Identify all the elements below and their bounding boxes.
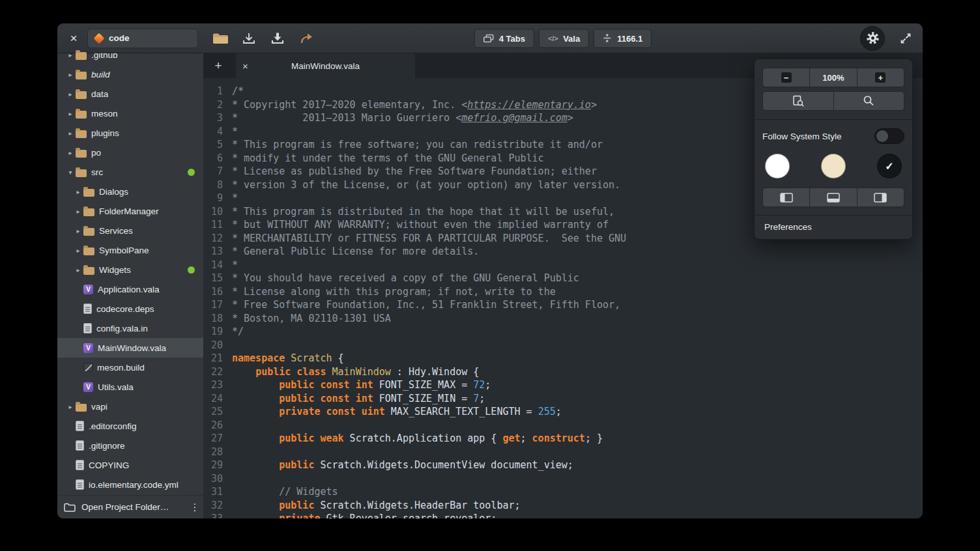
chevron-right-icon[interactable]: ▸ <box>65 91 76 98</box>
tree-item-symbolpane[interactable]: ▸SymbolPane <box>57 240 203 260</box>
tree-item-label: Widgets <box>99 265 131 275</box>
global-search-button[interactable] <box>833 91 905 111</box>
tree-item-widgets[interactable]: ▸Widgets <box>57 260 203 279</box>
project-menu-button[interactable]: ⋮ <box>186 496 203 518</box>
window-close-button[interactable]: × <box>65 30 82 47</box>
zoom-control: − 100% + <box>762 68 904 87</box>
chevron-right-icon[interactable]: ▸ <box>65 71 76 78</box>
save-button[interactable] <box>238 28 259 49</box>
chevron-right-icon[interactable]: ▸ <box>73 227 83 234</box>
chevron-right-icon[interactable]: ▸ <box>65 403 76 410</box>
find-in-page-button[interactable] <box>762 91 834 111</box>
tree-item-build[interactable]: ▸build <box>57 64 203 84</box>
line-number: 9 <box>203 191 232 205</box>
chevron-right-icon[interactable]: ▸ <box>73 208 83 215</box>
code-line: 32 public Scratch.Widgets.HeaderBar tool… <box>203 499 923 513</box>
tree-item-vapi[interactable]: ▸vapi <box>57 397 203 416</box>
tree-item-label: config.vala.in <box>96 324 148 333</box>
tree-item-meson[interactable]: ▸meson <box>57 104 203 123</box>
code-text: public Scratch.Widgets.HeaderBar toolbar… <box>232 499 521 513</box>
tree-item-label: po <box>91 148 101 158</box>
style-sepia-button[interactable] <box>821 154 846 178</box>
save-as-button[interactable] <box>267 28 288 49</box>
settings-gear-button[interactable] <box>860 26 885 51</box>
tree-item-po[interactable]: ▸po <box>57 143 203 162</box>
line-number: 23 <box>203 378 232 392</box>
tree-item-services[interactable]: ▸Services <box>57 221 203 240</box>
zoom-out-button[interactable]: − <box>762 68 810 87</box>
file-icon <box>76 479 84 490</box>
code-line: 25 private const uint MAX_SEARCH_TEXT_LE… <box>203 405 923 419</box>
code-line: 19*/ <box>203 325 923 339</box>
share-icon <box>299 33 313 44</box>
folder-icon <box>76 130 87 138</box>
tree-item--gitignore[interactable]: .gitignore <box>57 436 203 455</box>
tree-item-io-elementary-code-yml[interactable]: io.elementary.code.yml <box>57 475 203 494</box>
tree-item--editorconfig[interactable]: .editorconfig <box>57 416 203 436</box>
line-number: 5 <box>203 138 232 152</box>
line-number: 8 <box>203 178 232 192</box>
tree-item-dialogs[interactable]: ▸Dialogs <box>57 182 203 201</box>
preferences-menu-item[interactable]: Preferences <box>755 215 912 239</box>
chevron-right-icon[interactable]: ▸ <box>65 149 76 156</box>
panel-bottom-icon <box>827 193 840 203</box>
tree-item-mainwindow-vala[interactable]: VMainWindow.vala <box>57 338 203 358</box>
tree-item-copying[interactable]: COPYING <box>57 455 203 475</box>
chevron-right-icon[interactable]: ▸ <box>73 247 83 254</box>
folder-icon <box>83 208 94 216</box>
code-line: 20 <box>203 339 923 352</box>
tree-item-label: codecore.deps <box>96 304 154 314</box>
follow-system-style-toggle[interactable] <box>874 128 904 144</box>
line-number: 22 <box>203 365 232 379</box>
chevron-right-icon[interactable]: ▸ <box>65 130 76 137</box>
goto-line-button[interactable]: 1166.1 <box>594 29 652 48</box>
line-number: 3 <box>203 111 232 125</box>
tree-item-application-vala[interactable]: VApplication.vala <box>57 279 203 299</box>
fullscreen-button[interactable] <box>895 28 916 49</box>
line-number: 26 <box>203 419 232 432</box>
tree-item-label: COPYING <box>89 460 129 470</box>
toggle-bottom-panel-button[interactable] <box>809 188 857 207</box>
tree-item-label: io.elementary.code.yml <box>89 480 179 490</box>
language-button[interactable]: </> Vala <box>539 29 589 48</box>
tree-item-src[interactable]: ▾src <box>57 162 203 182</box>
headerbar-center-group: 4 Tabs </> Vala 1166.1 <box>474 29 652 48</box>
project-chooser-button[interactable]: code <box>87 29 198 48</box>
tab-mainwindow-vala[interactable]: × MainWindow.vala <box>236 53 415 78</box>
tree-item-label: meson <box>91 109 118 119</box>
tab-close-button[interactable]: × <box>242 61 248 72</box>
new-tab-button[interactable]: + <box>209 53 228 78</box>
tree-item-config-vala-in[interactable]: config.vala.in <box>57 318 203 338</box>
tree-item-meson-build[interactable]: meson.build <box>57 358 203 377</box>
tree-item-plugins[interactable]: ▸plugins <box>57 123 203 143</box>
zoom-level-button[interactable]: 100% <box>809 68 857 87</box>
open-folder-button[interactable] <box>210 28 231 49</box>
fullscreen-icon <box>899 32 912 45</box>
style-dark-button[interactable]: ✓ <box>877 154 902 178</box>
search-control <box>762 91 904 111</box>
tree-item-label: src <box>91 167 103 177</box>
toggle-sidebar-button[interactable] <box>762 188 810 207</box>
style-light-button[interactable] <box>765 154 790 178</box>
chevron-down-icon[interactable]: ▾ <box>65 169 76 176</box>
line-number: 1 <box>203 85 232 98</box>
line-number: 13 <box>203 245 232 259</box>
chevron-right-icon[interactable]: ▸ <box>73 188 83 195</box>
code-line: 18* Boston, MA 02110-1301 USA <box>203 312 923 326</box>
toggle-knob <box>876 130 888 142</box>
toggle-right-panel-button[interactable] <box>857 188 904 207</box>
tree-item-foldermanager[interactable]: ▸FolderManager <box>57 201 203 221</box>
chevron-right-icon[interactable]: ▸ <box>65 110 76 117</box>
open-project-folder-button[interactable]: Open Project Folder… <box>57 496 186 518</box>
share-button[interactable] <box>296 28 317 49</box>
code-line: 33 private Gtk.Revealer search_revealer; <box>203 512 923 518</box>
open-folder-icon <box>212 32 229 44</box>
tree-item-codecore-deps[interactable]: codecore.deps <box>57 299 203 318</box>
tree-item-data[interactable]: ▸data <box>57 84 203 104</box>
chevron-right-icon[interactable]: ▸ <box>73 266 83 274</box>
zoom-in-button[interactable]: + <box>857 68 904 87</box>
tabs-icon <box>483 34 494 42</box>
code-text: * You should have received a copy of the… <box>232 272 579 285</box>
tree-item-utils-vala[interactable]: VUtils.vala <box>57 377 203 397</box>
tabs-overview-button[interactable]: 4 Tabs <box>474 29 534 48</box>
